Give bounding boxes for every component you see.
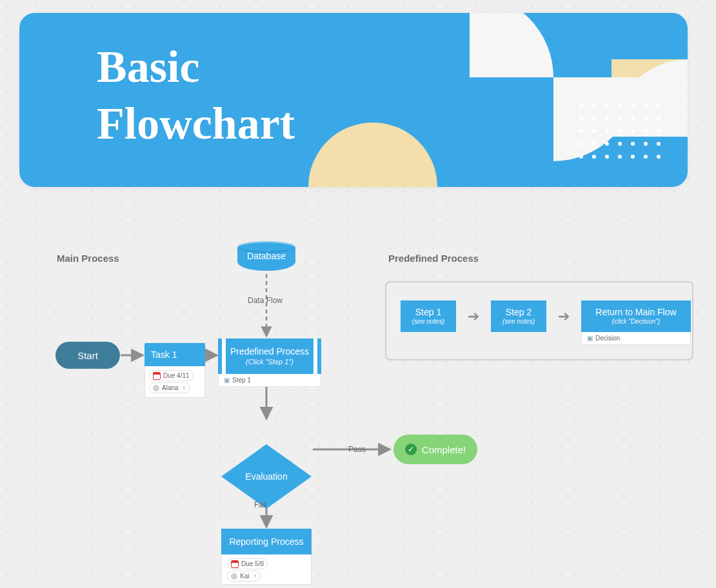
- canvas[interactable]: Basic Flowchart Main Process Predefined …: [0, 0, 716, 588]
- calendar-icon: [153, 372, 161, 380]
- complete-label: Complete!: [422, 444, 466, 455]
- node-complete[interactable]: ✓ Complete!: [393, 435, 477, 464]
- step-2-sub: (see notes): [493, 318, 544, 326]
- step-1-sub: (see notes): [403, 318, 453, 326]
- avatar-icon: [231, 573, 237, 580]
- node-predefined-process[interactable]: Predefined Process (Click "Step 1") ▣Ste…: [218, 338, 321, 387]
- task-1-meta: Due 4/11 Alana×: [144, 366, 205, 398]
- reporting-meta: Due 5/8 Kai×: [221, 554, 312, 585]
- predefined-process-link[interactable]: Step 1: [232, 377, 251, 384]
- database-label: Database: [237, 244, 295, 268]
- return-link[interactable]: Decision: [595, 335, 620, 342]
- arrow-icon: ➔: [558, 308, 570, 325]
- dot-grid-decoration: [579, 103, 662, 160]
- task-1-label: Task 1: [144, 343, 205, 366]
- return-sub: (click "Decision"): [584, 318, 688, 326]
- remove-icon[interactable]: ×: [183, 384, 186, 392]
- node-return-to-main[interactable]: Return to Main Flow (click "Decision") ▣…: [581, 300, 691, 345]
- node-step-2[interactable]: Step 2 (see notes): [491, 300, 546, 332]
- avatar-icon: [153, 385, 159, 391]
- arrow-icon: ➔: [468, 308, 479, 325]
- heading-main-process: Main Process: [57, 253, 119, 264]
- task-1-assignee: Alana: [162, 384, 179, 392]
- title-banner: Basic Flowchart: [19, 13, 688, 187]
- task-1-due: Due 4/11: [163, 371, 190, 380]
- node-start[interactable]: Start: [55, 342, 120, 369]
- remove-icon[interactable]: ×: [253, 572, 257, 580]
- node-database[interactable]: Database: [237, 244, 295, 271]
- reporting-assignee: Kai: [240, 572, 249, 580]
- panel-predefined-process[interactable]: Step 1 (see notes) ➔ Step 2 (see notes) …: [385, 281, 693, 360]
- step-1-label: Step 1: [415, 307, 441, 317]
- node-decision[interactable]: Evaluation: [221, 444, 312, 509]
- link-icon: ▣: [224, 377, 230, 384]
- edge-label-pass: Pass: [348, 445, 366, 454]
- node-task-1[interactable]: Task 1 Due 4/11 Alana×: [144, 343, 205, 398]
- node-reporting-process[interactable]: Reporting Process Due 5/8 Kai×: [221, 529, 312, 585]
- heading-predefined-process: Predefined Process: [388, 253, 479, 264]
- return-label: Return to Main Flow: [595, 307, 676, 317]
- edge-label-data-flow: Data Flow: [248, 296, 283, 305]
- banner-title: Basic Flowchart: [97, 39, 295, 152]
- check-icon: ✓: [405, 444, 417, 455]
- predefined-process-label: Predefined Process: [230, 346, 309, 357]
- reporting-label: Reporting Process: [221, 529, 312, 554]
- predefined-process-sub: (Click "Step 1"): [226, 358, 313, 367]
- node-step-1[interactable]: Step 1 (see notes): [401, 300, 456, 332]
- start-label: Start: [77, 350, 98, 361]
- calendar-icon: [231, 560, 239, 568]
- edge-label-fail: Fail: [254, 500, 266, 509]
- step-2-label: Step 2: [506, 307, 532, 317]
- reporting-due: Due 5/8: [241, 560, 264, 568]
- decision-label: Evaluation: [245, 471, 287, 482]
- link-icon: ▣: [587, 335, 593, 342]
